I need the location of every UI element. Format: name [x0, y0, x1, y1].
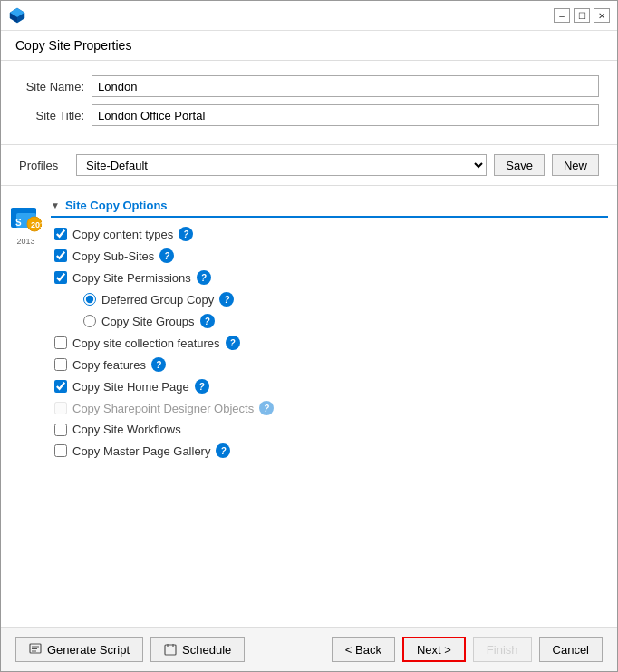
schedule-icon	[164, 643, 177, 656]
main-window: – ☐ ✕ Copy Site Properties Site Name: Si…	[0, 0, 618, 672]
site-title-label: Site Title:	[19, 109, 92, 122]
radio-copy-site-groups[interactable]	[83, 315, 96, 327]
label-copy-content-types: Copy content types	[72, 228, 173, 241]
help-copy-site-collection-features[interactable]: ?	[226, 336, 240, 350]
generate-script-icon	[29, 643, 42, 656]
checkbox-copy-site-workflows[interactable]	[54, 424, 67, 436]
footer-left: Generate Script Schedule	[15, 637, 245, 662]
help-copy-master-page-gallery[interactable]: ?	[216, 443, 230, 458]
help-copy-content-types[interactable]: ?	[179, 227, 193, 241]
profiles-section: Profiles Site-Default Save New	[1, 145, 617, 186]
title-bar-left	[8, 6, 26, 24]
sharepoint-logo: S 2013	[9, 200, 43, 235]
checkbox-copy-features[interactable]	[54, 358, 67, 371]
label-deferred-group-copy: Deferred Group Copy	[101, 293, 214, 307]
site-title-row: Site Title:	[19, 104, 599, 126]
option-copy-content-types: Copy content types ?	[51, 227, 608, 241]
options-header: ▼ Site Copy Options	[51, 199, 608, 218]
checkbox-copy-master-page-gallery[interactable]	[54, 444, 67, 457]
site-name-row: Site Name:	[19, 75, 599, 97]
svg-text:S: S	[15, 218, 22, 228]
schedule-label: Schedule	[182, 643, 231, 657]
options-content: ▼ Site Copy Options Copy content types ?…	[51, 193, 617, 619]
options-panel: S 2013 2013 ▼ Site Copy Options Copy con…	[1, 186, 617, 627]
help-copy-sharepoint-designer-objects[interactable]: ?	[259, 401, 274, 415]
next-button[interactable]: Next >	[402, 637, 466, 662]
label-copy-sub-sites: Copy Sub-Sites	[72, 249, 154, 263]
option-copy-master-page-gallery: Copy Master Page Gallery ?	[51, 443, 608, 458]
site-title-input[interactable]	[92, 104, 599, 126]
checkbox-copy-site-collection-features[interactable]	[54, 336, 67, 349]
new-button[interactable]: New	[552, 154, 599, 176]
footer: Generate Script Schedule < Back	[1, 627, 617, 671]
cancel-button[interactable]: Cancel	[539, 637, 603, 662]
help-copy-site-permissions[interactable]: ?	[197, 270, 211, 285]
option-copy-site-groups: Copy Site Groups ?	[51, 314, 608, 328]
label-copy-site-permissions: Copy Site Permissions	[72, 271, 191, 285]
generate-script-button[interactable]: Generate Script	[15, 637, 143, 662]
next-label: Next >	[417, 643, 451, 657]
form-section: Site Name: Site Title:	[1, 61, 617, 145]
label-copy-master-page-gallery: Copy Master Page Gallery	[72, 444, 210, 458]
finish-button[interactable]: Finish	[473, 637, 532, 662]
help-copy-features[interactable]: ?	[151, 357, 166, 372]
save-button[interactable]: Save	[494, 154, 545, 176]
help-deferred-group-copy[interactable]: ?	[219, 292, 234, 307]
label-copy-site-collection-features: Copy site collection features	[72, 336, 220, 350]
version-label: 2013	[16, 237, 34, 246]
option-copy-site-home-page: Copy Site Home Page ?	[51, 379, 608, 394]
option-copy-site-collection-features: Copy site collection features ?	[51, 336, 608, 350]
checkbox-copy-site-permissions[interactable]	[54, 271, 67, 284]
help-copy-site-home-page[interactable]: ?	[195, 379, 209, 394]
profiles-label: Profiles	[19, 159, 69, 172]
checkbox-copy-sub-sites[interactable]	[54, 249, 67, 262]
help-copy-site-groups[interactable]: ?	[200, 314, 215, 328]
back-button[interactable]: < Back	[332, 637, 395, 662]
label-copy-sharepoint-designer-objects: Copy Sharepoint Designer Objects	[72, 402, 254, 415]
close-button[interactable]: ✕	[594, 8, 610, 23]
back-label: < Back	[345, 643, 381, 657]
maximize-button[interactable]: ☐	[574, 8, 590, 23]
option-copy-features: Copy features ?	[51, 357, 608, 372]
title-bar: – ☐ ✕	[1, 1, 617, 31]
option-copy-site-workflows: Copy Site Workflows	[51, 423, 608, 436]
label-copy-features: Copy features	[72, 358, 146, 372]
label-copy-site-groups: Copy Site Groups	[101, 315, 195, 328]
radio-deferred-group-copy[interactable]	[83, 293, 96, 306]
footer-right: < Back Next > Finish Cancel	[332, 637, 603, 662]
options-header-label: Site Copy Options	[65, 199, 168, 212]
site-name-label: Site Name:	[19, 80, 92, 93]
minimize-button[interactable]: –	[554, 8, 570, 23]
finish-label: Finish	[487, 643, 518, 657]
app-icon	[8, 6, 26, 24]
svg-text:2013: 2013	[31, 220, 43, 229]
checkbox-copy-site-home-page[interactable]	[54, 380, 67, 393]
collapse-arrow[interactable]: ▼	[51, 200, 60, 210]
option-copy-site-permissions: Copy Site Permissions ?	[51, 270, 608, 285]
window-title: Copy Site Properties	[1, 31, 617, 61]
label-copy-site-home-page: Copy Site Home Page	[72, 380, 189, 394]
site-name-input[interactable]	[92, 75, 599, 97]
schedule-button[interactable]: Schedule	[150, 637, 245, 662]
checkbox-copy-sharepoint-designer-objects[interactable]	[54, 402, 67, 414]
svg-rect-13	[165, 645, 176, 655]
checkbox-copy-content-types[interactable]	[54, 228, 67, 240]
generate-script-label: Generate Script	[47, 643, 130, 657]
cancel-label: Cancel	[553, 643, 589, 657]
title-bar-controls: – ☐ ✕	[554, 8, 610, 23]
options-left: S 2013 2013	[1, 193, 51, 619]
help-copy-sub-sites[interactable]: ?	[159, 248, 174, 263]
option-copy-sharepoint-designer-objects: Copy Sharepoint Designer Objects ?	[51, 401, 608, 415]
label-copy-site-workflows: Copy Site Workflows	[72, 423, 181, 436]
option-copy-sub-sites: Copy Sub-Sites ?	[51, 248, 608, 263]
option-deferred-group-copy: Deferred Group Copy ?	[51, 292, 608, 307]
profiles-dropdown[interactable]: Site-Default	[76, 154, 487, 176]
content-area: Site Name: Site Title: Profiles Site-Def…	[1, 61, 617, 671]
